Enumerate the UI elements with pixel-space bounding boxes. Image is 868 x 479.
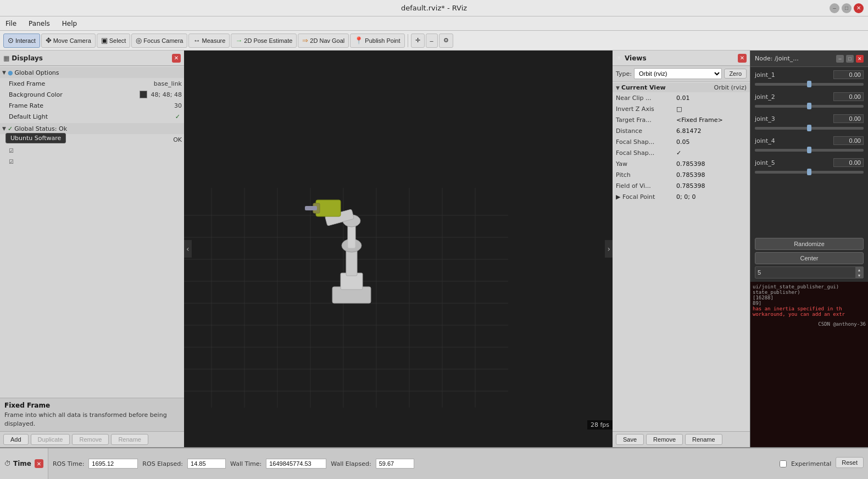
reset-button[interactable]: Reset: [836, 457, 864, 468]
publish-point-button[interactable]: 📍 Publish Point: [350, 34, 404, 48]
joint-restore-button[interactable]: □: [846, 55, 854, 63]
views-remove-button[interactable]: Remove: [646, 434, 683, 445]
joint-5-input[interactable]: [833, 158, 864, 167]
joint-2-label: joint_2: [755, 93, 775, 101]
time-close-button[interactable]: ✕: [35, 459, 43, 468]
default-light-check[interactable]: ✓: [175, 113, 180, 120]
time-row: ⏱ Time ✕ ROS Time: ROS Elapsed: Wall Tim…: [0, 447, 868, 479]
menu-panels[interactable]: Panels: [26, 19, 52, 29]
toolbar-minus-button[interactable]: –: [426, 34, 438, 48]
background-color-swatch[interactable]: [140, 91, 147, 98]
joint-2-slider[interactable]: [755, 102, 864, 110]
joint-1-input[interactable]: [833, 70, 864, 79]
joint-4-thumb[interactable]: [807, 147, 811, 153]
nav-goal-icon: ⇒: [302, 36, 308, 44]
joint-1-slider[interactable]: [755, 80, 864, 88]
joint-5-thumb[interactable]: [807, 169, 811, 175]
joint-3-label: joint_3: [755, 115, 775, 122]
yaw-value[interactable]: 0.785398: [676, 160, 705, 168]
joint-minimize-button[interactable]: –: [836, 55, 844, 63]
joint-spinbox: ▲ ▼: [755, 266, 864, 279]
maximize-button[interactable]: □: [842, 3, 852, 13]
pose-estimate-button[interactable]: → 2D Pose Estimate: [231, 34, 297, 48]
viewport-arrow-left[interactable]: ‹: [184, 240, 192, 258]
joint-3-slider[interactable]: [755, 124, 864, 132]
views-save-button[interactable]: Save: [616, 434, 644, 445]
global-status-arrow: ▼: [2, 126, 6, 131]
ros-elapsed-input[interactable]: [187, 459, 226, 469]
global-status-header[interactable]: ▼ ✓ Global Status: Ok: [0, 123, 184, 134]
select-button[interactable]: ▣ Select: [97, 34, 131, 48]
interact-button[interactable]: ⊙ Interact: [3, 34, 40, 48]
focal-shape-1-value[interactable]: 0.05: [676, 138, 690, 146]
spinbox-down[interactable]: ▼: [855, 272, 863, 278]
displays-close-button[interactable]: ✕: [172, 54, 181, 63]
joint-close-button[interactable]: ✕: [856, 55, 864, 63]
distance-value[interactable]: 6.81472: [676, 127, 702, 135]
experimental-checkbox[interactable]: [780, 460, 787, 467]
nav-goal-label: 2D Nav Goal: [310, 37, 344, 44]
wall-elapsed-input[interactable]: [376, 459, 414, 469]
frame-rate-label: Frame Rate: [9, 102, 172, 109]
joint-1-thumb[interactable]: [807, 81, 811, 87]
joint-2-thumb[interactable]: [807, 103, 811, 109]
rename-button[interactable]: Rename: [111, 434, 148, 445]
focal-shape-2-check[interactable]: ✓: [676, 149, 681, 157]
menu-file[interactable]: File: [3, 19, 19, 29]
joint-5-label-row: joint_5: [755, 158, 864, 167]
wall-time-input[interactable]: [266, 459, 326, 469]
background-color-row: Background Color 48; 48; 48: [0, 89, 184, 100]
global-options-header[interactable]: ▼ ● Global Options: [0, 67, 184, 78]
joint-4-slider[interactable]: [755, 146, 864, 154]
publish-point-icon: 📍: [354, 36, 363, 44]
minimize-button[interactable]: –: [830, 3, 839, 13]
views-close-button[interactable]: ✕: [738, 54, 747, 63]
window-controls: – □ ✕: [830, 3, 864, 13]
close-button[interactable]: ✕: [854, 3, 864, 13]
pitch-value[interactable]: 0.785398: [676, 171, 705, 179]
fov-label: Field of Vi...: [616, 182, 676, 190]
fixed-frame-label: Fixed Frame: [9, 80, 152, 87]
remove-button[interactable]: Remove: [72, 434, 109, 445]
toolbar-plus-button[interactable]: ✛: [411, 34, 425, 48]
fov-value[interactable]: 0.785398: [676, 182, 705, 190]
joint-3-input[interactable]: [833, 114, 864, 123]
menu-help[interactable]: Help: [60, 19, 79, 29]
add-button[interactable]: Add: [3, 434, 29, 445]
joint-2-input[interactable]: [833, 92, 864, 101]
invert-z-check[interactable]: □: [676, 105, 682, 113]
joint-5-slider[interactable]: [755, 168, 864, 176]
current-view-header[interactable]: ▼ Current View Orbit (rviz): [613, 83, 750, 92]
target-frame-value[interactable]: <Fixed Frame>: [676, 116, 723, 124]
center-button[interactable]: Center: [755, 252, 864, 264]
randomize-button[interactable]: Randomize: [755, 238, 864, 250]
spinbox-up[interactable]: ▲: [855, 267, 863, 272]
background-color-value[interactable]: 48; 48; 48: [151, 91, 182, 98]
zero-button[interactable]: Zero: [724, 69, 747, 79]
measure-button[interactable]: ↔ Measure: [188, 34, 230, 48]
frame-rate-value[interactable]: 30: [174, 102, 182, 109]
duplicate-button[interactable]: Duplicate: [31, 434, 70, 445]
views-type-select[interactable]: Orbit (rviz): [634, 68, 722, 79]
fixed-frame-value[interactable]: base_link: [154, 80, 182, 87]
global-options-label: Global Options: [15, 69, 182, 76]
views-rename-button[interactable]: Rename: [685, 434, 722, 445]
nav-goal-button[interactable]: ⇒ 2D Nav Goal: [298, 34, 349, 48]
toolbar-settings-button[interactable]: ⚙: [439, 34, 453, 48]
viewport-arrow-right[interactable]: ›: [605, 240, 613, 258]
joint-3-thumb[interactable]: [807, 125, 811, 131]
focus-camera-button[interactable]: ◎ Focus Camera: [131, 34, 187, 48]
check-2[interactable]: ☑: [9, 159, 14, 165]
spinbox-input[interactable]: [755, 268, 855, 277]
ros-time-input[interactable]: [88, 459, 138, 469]
title-bar: default.rviz* - RViz – □ ✕: [0, 0, 868, 16]
focal-point-value[interactable]: 0; 0; 0: [676, 193, 695, 200]
terminal-area: ui/joint_state_publisher_gui) state_publ…: [750, 282, 868, 447]
joint-4-input[interactable]: [833, 136, 864, 145]
yaw-label: Yaw: [616, 160, 676, 168]
check-1[interactable]: ☑: [9, 148, 14, 154]
viewport[interactable]: ‹ › 28 fps: [184, 51, 613, 447]
svg-rect-28: [305, 206, 317, 210]
move-camera-button[interactable]: ✥ Move Camera: [41, 34, 96, 48]
near-clip-value[interactable]: 0.01: [676, 94, 690, 102]
